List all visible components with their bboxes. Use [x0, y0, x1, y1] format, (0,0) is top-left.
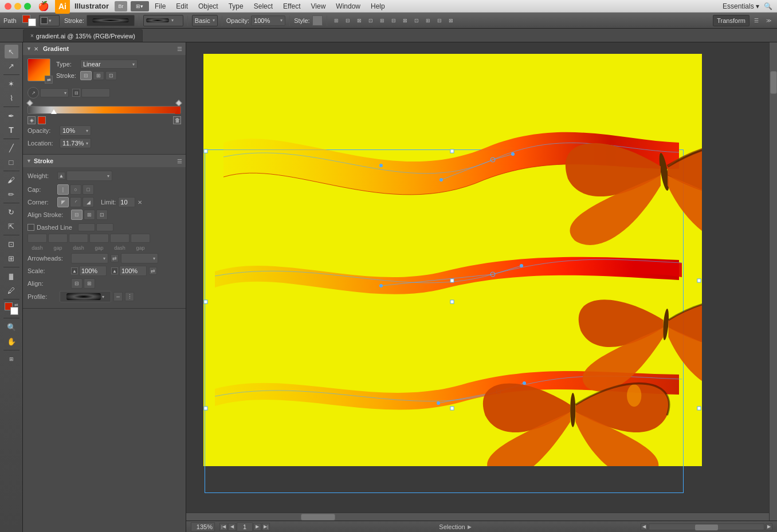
next-page-button[interactable]: ▶	[253, 523, 261, 531]
canvas[interactable]	[203, 54, 702, 466]
transform-button[interactable]: Transform	[713, 15, 749, 26]
selection-tool[interactable]: ↖	[5, 45, 18, 58]
toolbar-options-icon[interactable]: ≫	[763, 15, 774, 26]
style-dropdown[interactable]: Basic ▾	[192, 15, 218, 26]
brush-dropdown[interactable]: ▾	[143, 15, 183, 26]
menu-select[interactable]: Select	[249, 2, 277, 10]
align-icon-3[interactable]: ⊠	[354, 15, 364, 26]
horizontal-scroll-track[interactable]	[649, 523, 764, 530]
close-button[interactable]	[5, 3, 11, 10]
menu-object[interactable]: Object	[194, 2, 223, 10]
scroll-right-btn[interactable]: ▶	[766, 523, 772, 530]
search-icon[interactable]: 🔍	[764, 2, 772, 10]
right-scrollbar[interactable]	[769, 42, 777, 521]
stroke-weight-triangle-icon[interactable]: ▲	[57, 172, 65, 180]
gap-field-3[interactable]	[131, 234, 150, 243]
opacity-value[interactable]: 100%	[254, 17, 279, 24]
profile-options-icon[interactable]: ⋮	[125, 292, 134, 301]
shape-builder-tool[interactable]: ⊞	[5, 251, 18, 265]
stroke-panel-menu[interactable]: ☰	[177, 158, 182, 164]
dash-field-3[interactable]	[110, 234, 130, 243]
align-icon-2[interactable]: ⊟	[343, 15, 353, 26]
minimize-button[interactable]	[14, 3, 21, 10]
arrange-icon-1[interactable]: ⊡	[411, 15, 422, 26]
corner-bevel-button[interactable]: ◢	[83, 197, 94, 207]
cap-square-button[interactable]: □	[83, 184, 94, 195]
prev-page-button[interactable]: ◀	[228, 523, 236, 531]
essentials-button[interactable]: Essentials ▾	[723, 2, 759, 10]
profile-flip-icon[interactable]: ↔	[113, 292, 123, 301]
align-icon-7[interactable]: ⊠	[400, 15, 410, 26]
gradient-type-select[interactable]: Linear ▾	[80, 60, 138, 69]
gradient-delete-stop-icon[interactable]: 🗑	[173, 116, 181, 124]
right-scrollbar-thumb[interactable]	[770, 71, 777, 94]
gap-field-1[interactable]	[48, 234, 68, 243]
gradient-angle-dial[interactable]: ↗	[28, 87, 39, 98]
menu-type[interactable]: Type	[224, 2, 248, 10]
align-stroke-inside-button[interactable]: ⊞	[84, 210, 95, 220]
gradient-location-input[interactable]: 11.73% ▾	[60, 138, 91, 148]
cap-butt-button[interactable]: |	[57, 184, 69, 195]
arrange-icon-3[interactable]: ⊟	[434, 15, 445, 26]
align-icon-4[interactable]: ⊡	[366, 15, 376, 26]
align-start-button[interactable]: ⊟	[71, 278, 83, 289]
maximize-button[interactable]	[24, 3, 31, 10]
menu-file[interactable]: File	[150, 2, 170, 10]
apple-menu[interactable]: 🍎	[38, 1, 49, 11]
align-icon-1[interactable]: ⊞	[331, 15, 342, 26]
rotate-tool[interactable]: ↻	[5, 205, 18, 219]
gradient-panel-menu[interactable]: ☰	[177, 46, 182, 52]
scale-sync-icon[interactable]: ⇄	[149, 267, 157, 275]
tab-close[interactable]: ×	[30, 33, 34, 39]
page-number[interactable]: 1	[237, 522, 253, 531]
eyedropper-tool[interactable]: 🖊	[5, 283, 18, 297]
background-color[interactable]	[10, 307, 18, 315]
gradient-bar[interactable]	[28, 106, 181, 114]
menu-edit[interactable]: Edit	[171, 2, 193, 10]
gradient-swap-icon[interactable]: ⇄	[45, 76, 53, 84]
gradient-mid-diamond-1[interactable]	[26, 100, 33, 106]
arrowhead-swap-icon[interactable]: ⇄	[111, 254, 119, 262]
cap-round-button[interactable]: ○	[70, 184, 81, 195]
stroke-limit-input[interactable]: 10	[118, 197, 135, 207]
line-tool[interactable]: ╱	[5, 141, 18, 155]
bridge-button[interactable]: Br	[115, 1, 127, 11]
dash-field-2[interactable]	[69, 234, 88, 243]
gradient-panel-collapse[interactable]: ▼	[26, 46, 32, 52]
stroke-icon-2[interactable]: ⊞	[93, 71, 104, 80]
gap-field-2[interactable]	[89, 234, 109, 243]
document-tab[interactable]: × gradient.ai @ 135% (RGB/Preview)	[23, 29, 143, 42]
type-tool[interactable]: T	[5, 123, 18, 137]
gradient-mid-diamond-2[interactable]	[175, 100, 182, 106]
arrange-icon-2[interactable]: ⊞	[423, 15, 433, 26]
dashed-checkbox[interactable]	[28, 224, 34, 231]
direct-selection-tool[interactable]: ↗	[5, 59, 18, 73]
menu-view[interactable]: View	[307, 2, 331, 10]
corner-round-button[interactable]: ◜	[70, 197, 81, 207]
stroke-preview[interactable]	[87, 15, 135, 26]
shape-tool[interactable]: □	[5, 155, 18, 169]
status-arrow-icon[interactable]: ▶	[468, 524, 472, 530]
last-page-button[interactable]: ▶|	[262, 523, 270, 531]
stroke-panel-collapse[interactable]: ▼	[26, 158, 32, 164]
panel-layout-button[interactable]: ⊞▾	[131, 1, 149, 11]
gradient-opacity-input[interactable]: 10% ▾	[60, 125, 91, 136]
horizontal-scroll-thumb[interactable]	[695, 525, 718, 530]
gradient-camera-icon[interactable]: ◈	[28, 116, 36, 124]
dashed-opt-2[interactable]	[96, 223, 113, 231]
swap-colors-icon[interactable]: ⇄	[14, 302, 18, 308]
menu-effect[interactable]: Effect	[278, 2, 305, 10]
stroke-limit-close[interactable]: ✕	[138, 199, 142, 206]
transform-options-icon[interactable]: ☰	[751, 15, 762, 26]
gradient-stop-1[interactable]	[51, 109, 57, 114]
stroke-weight-input[interactable]: ▾	[66, 171, 112, 181]
zoom-value-input[interactable]: 135%	[191, 522, 215, 531]
align-icon-6[interactable]: ⊟	[388, 15, 399, 26]
paintbrush-tool[interactable]: 🖌	[5, 173, 18, 187]
lasso-tool[interactable]: ⌇	[5, 91, 18, 105]
free-transform-tool[interactable]: ⊡	[5, 237, 18, 251]
gradient-tool[interactable]: ▓	[5, 269, 18, 283]
bottom-scrollbar[interactable]	[186, 513, 769, 521]
canvas-area[interactable]: 135% |◀ ◀ 1 ▶ ▶| Selection ▶ ◀	[186, 42, 777, 532]
profile-select[interactable]: ▾	[60, 291, 111, 302]
